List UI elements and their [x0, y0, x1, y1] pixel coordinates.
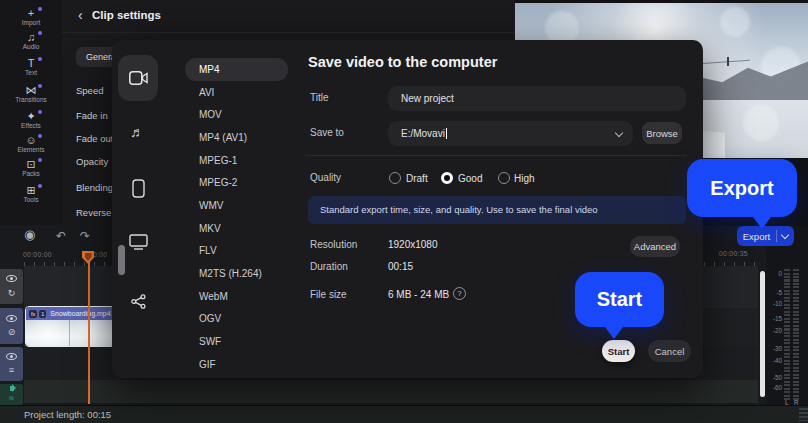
timeline-scrollbar[interactable]: [760, 271, 765, 397]
info-banner: Standard export time, size, and quality.…: [308, 196, 686, 224]
notification-dot: [38, 134, 42, 138]
save-to-input[interactable]: E:/Movavi: [388, 121, 633, 146]
status-bar: Project length: 00:15: [0, 405, 808, 423]
timeline-clip[interactable]: fx 1 Snowboarding.mp4: [25, 306, 115, 347]
adjust-icon[interactable]: ≡: [9, 366, 14, 375]
format-item-mp4[interactable]: MP4: [185, 58, 288, 81]
track-header-1: ↻: [0, 269, 23, 304]
format-item-flv[interactable]: FLV: [185, 240, 299, 263]
tv-icon[interactable]: [129, 234, 148, 250]
callout-tail: [605, 327, 623, 339]
count-badge: 1: [39, 310, 46, 318]
export-callout: Export: [687, 159, 797, 217]
visibility-eye-icon[interactable]: [6, 353, 17, 360]
meter-column-right: [793, 269, 799, 401]
video-camera-icon[interactable]: [129, 71, 148, 85]
format-item-mpeg2[interactable]: MPEG-2: [185, 171, 299, 194]
share-icon[interactable]: [131, 294, 146, 309]
elements-icon: ☺: [0, 134, 62, 146]
speaker-icon[interactable]: [10, 386, 14, 391]
audio-icon: ♫: [0, 31, 62, 43]
radio-high-label[interactable]: High: [514, 173, 535, 184]
packs-icon: ⊡: [0, 158, 62, 170]
visibility-eye-icon[interactable]: [6, 275, 17, 282]
chevron-down-icon[interactable]: [615, 129, 623, 137]
db-label: -60: [768, 384, 782, 391]
ruler-label-mid: 0:00: [93, 251, 107, 258]
tools-icon: ⊞: [0, 184, 62, 196]
db-label: -10: [768, 300, 782, 307]
radio-high[interactable]: [498, 172, 510, 184]
format-item-mkv[interactable]: MKV: [185, 217, 299, 240]
save-to-label: Save to: [310, 127, 344, 138]
record-button[interactable]: ◉: [24, 228, 35, 242]
text-cursor: [446, 128, 447, 139]
import-icon: +: [0, 7, 62, 19]
transitions-icon: ⋈: [0, 84, 62, 96]
sidebar-item-tools[interactable]: ⊞Tools: [0, 184, 62, 208]
resize-grip[interactable]: [799, 408, 808, 421]
ski-lift-pole: [727, 57, 729, 66]
radio-draft-label[interactable]: Draft: [406, 173, 428, 184]
resolution-label: Resolution: [310, 239, 357, 250]
music-note-icon[interactable]: ♬: [130, 124, 144, 140]
sidebar-item-elements[interactable]: ☺Elements: [0, 134, 62, 158]
redo-button[interactable]: ↷: [80, 229, 90, 243]
sidebar-item-text[interactable]: TText: [0, 57, 62, 81]
loop-icon[interactable]: ↻: [8, 289, 16, 298]
format-item-mpeg1[interactable]: MPEG-1: [185, 149, 299, 172]
export-button[interactable]: Export: [737, 226, 794, 246]
db-label: -20: [768, 327, 782, 334]
wave-icon[interactable]: ≈: [9, 394, 14, 403]
filesize-value: 6 MB - 24 MB: [388, 289, 449, 300]
browse-button[interactable]: Browse: [642, 122, 682, 144]
format-item-mp4-av1[interactable]: MP4 (AV1): [185, 126, 299, 149]
rail-scrollbar[interactable]: [118, 245, 125, 275]
sidebar-item-packs[interactable]: ⊡Packs: [0, 158, 62, 182]
track-header-3: ≡: [0, 347, 23, 381]
title-input[interactable]: New project: [388, 86, 686, 111]
db-label: -50: [768, 374, 782, 381]
format-item-avi[interactable]: AVI: [185, 81, 299, 104]
notification-dot: [38, 184, 42, 188]
db-label: -40: [768, 357, 782, 364]
track-row-audio: [24, 380, 758, 403]
sidebar-item-effects[interactable]: ✦Effects: [0, 110, 62, 134]
quality-label: Quality: [310, 172, 341, 183]
radio-good[interactable]: [441, 172, 453, 184]
radio-good-label[interactable]: Good: [458, 173, 482, 184]
format-item-swf[interactable]: SWF: [185, 330, 299, 353]
format-item-wmv[interactable]: WMV: [185, 194, 299, 217]
advanced-button[interactable]: Advanced: [630, 236, 680, 257]
radio-draft[interactable]: [389, 172, 401, 184]
back-icon[interactable]: ‹: [78, 7, 83, 23]
unlink-icon[interactable]: ⊘: [8, 328, 16, 337]
db-label: 0: [768, 270, 782, 277]
format-item-m2ts[interactable]: M2TS (H.264): [185, 262, 299, 285]
notification-dot: [38, 110, 42, 114]
track-header-2: ⊘: [0, 308, 23, 344]
chevron-down-icon[interactable]: [781, 230, 789, 238]
start-button[interactable]: Start: [602, 340, 635, 362]
format-item-webm[interactable]: WebM: [185, 285, 299, 308]
start-callout: Start: [575, 272, 664, 327]
phone-icon[interactable]: [132, 179, 145, 198]
notification-dot: [38, 158, 42, 162]
resolution-value: 1920x1080: [388, 239, 438, 250]
sidebar-item-transitions[interactable]: ⋈Transitions: [0, 84, 62, 108]
notification-dot: [38, 31, 42, 35]
db-label: -30: [768, 345, 782, 352]
divider: [305, 155, 687, 156]
format-item-mov[interactable]: MOV: [185, 103, 299, 126]
help-icon[interactable]: ?: [453, 287, 466, 300]
sidebar-item-audio[interactable]: ♫Audio: [0, 31, 62, 55]
notification-dot: [38, 84, 42, 88]
sidebar-item-import[interactable]: +Import: [0, 7, 62, 31]
format-item-clipped[interactable]: GIF: [185, 353, 299, 376]
visibility-eye-icon[interactable]: [6, 315, 17, 322]
undo-button[interactable]: ↶: [56, 229, 66, 243]
format-item-ogv[interactable]: OGV: [185, 308, 299, 331]
cancel-button[interactable]: Cancel: [648, 340, 691, 362]
app-window: +Import ♫Audio TText ⋈Transitions ✦Effec…: [0, 0, 808, 423]
filesize-label: File size: [310, 289, 347, 300]
